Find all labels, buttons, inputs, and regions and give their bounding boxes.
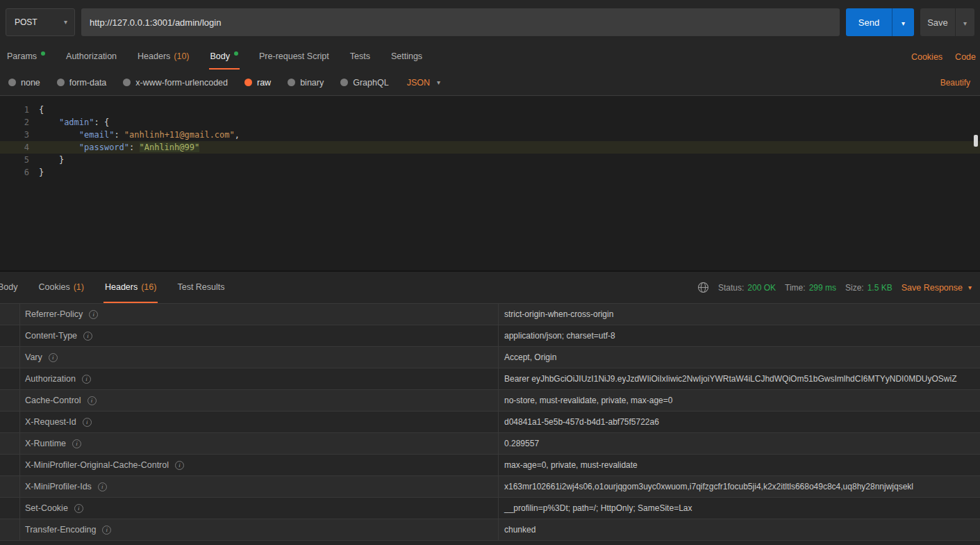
table-row: X-Runtime0.289557 bbox=[0, 433, 980, 455]
tab-label: Headers bbox=[138, 51, 170, 61]
method-dropdown[interactable]: POST bbox=[6, 8, 75, 36]
line-number: 6 bbox=[0, 166, 29, 179]
body-type-binary[interactable]: binary bbox=[288, 78, 324, 88]
body-type-raw[interactable]: raw bbox=[244, 78, 271, 88]
header-key: X-Request-Id bbox=[25, 417, 76, 427]
radio-label: GraphQL bbox=[353, 78, 388, 88]
tab-body[interactable]: Body bbox=[209, 44, 240, 70]
request-tab-links: Cookies Code bbox=[911, 44, 976, 70]
radio-label: none bbox=[21, 78, 40, 88]
request-body-editor[interactable]: 1{2 "admin": {3 "email": "anhlinh+11@gma… bbox=[0, 95, 980, 270]
save-response-button[interactable]: Save Response bbox=[902, 283, 972, 293]
info-icon[interactable] bbox=[74, 504, 83, 513]
code-text: "admin": { bbox=[29, 116, 109, 129]
chevron-down-icon bbox=[64, 19, 67, 26]
cookies-link[interactable]: Cookies bbox=[911, 52, 942, 62]
tab-settings[interactable]: Settings bbox=[390, 44, 424, 70]
send-button[interactable]: Send bbox=[846, 8, 892, 36]
info-icon[interactable] bbox=[89, 310, 98, 319]
status-label: Status: bbox=[718, 283, 744, 293]
line-number: 5 bbox=[0, 154, 29, 166]
tab-authorization[interactable]: Authorization bbox=[65, 44, 118, 70]
code-link[interactable]: Code bbox=[955, 52, 976, 62]
header-value: d04841a1-5e5b-457d-b4d1-abf75f5722a6 bbox=[499, 412, 980, 432]
header-key-cell: X-MiniProfiler-Ids bbox=[0, 476, 499, 497]
line-number: 3 bbox=[0, 129, 29, 141]
info-icon[interactable] bbox=[83, 418, 92, 427]
table-row: Cache-Controlno-store, must-revalidate, … bbox=[0, 390, 980, 412]
tab-pre-request-script[interactable]: Pre-request Script bbox=[258, 44, 331, 70]
info-icon[interactable] bbox=[88, 396, 97, 405]
info-icon[interactable] bbox=[72, 439, 81, 448]
header-key: X-Runtime bbox=[25, 439, 66, 448]
info-icon[interactable] bbox=[82, 375, 91, 384]
line-number: 1 bbox=[0, 104, 29, 116]
response-toolbar: BodyCookies(1)Headers(16)Test Results St… bbox=[0, 270, 980, 304]
tab-tests[interactable]: Tests bbox=[349, 44, 372, 70]
info-icon[interactable] bbox=[83, 332, 92, 341]
header-key-cell: Transfer-Encoding bbox=[0, 519, 499, 540]
beautify-link[interactable]: Beautify bbox=[940, 78, 970, 88]
editor-line[interactable]: 1{ bbox=[0, 104, 980, 116]
header-value: Bearer eyJhbGciOiJIUzI1NiJ9.eyJzdWIiOiIx… bbox=[499, 368, 980, 389]
editor-line[interactable]: 5 } bbox=[0, 154, 980, 166]
code-text: { bbox=[29, 104, 44, 116]
header-value: max-age=0, private, must-revalidate bbox=[499, 455, 980, 475]
line-number: 4 bbox=[0, 141, 29, 154]
code-text: } bbox=[29, 166, 44, 179]
chevron-down-icon bbox=[437, 79, 440, 86]
tab-params[interactable]: Params bbox=[6, 44, 47, 70]
code-text: "email": "anhlinh+11@gmail.com", bbox=[29, 129, 240, 141]
tab-cookies[interactable]: Cookies(1) bbox=[38, 272, 85, 303]
format-label: JSON bbox=[407, 78, 430, 88]
editor-line[interactable]: 2 "admin": { bbox=[0, 116, 980, 129]
header-key: Authorization bbox=[25, 374, 76, 384]
size-indicator: Size: 1.5 KB bbox=[845, 283, 892, 293]
table-row: X-Request-Idd04841a1-5e5b-457d-b4d1-abf7… bbox=[0, 412, 980, 433]
header-key: Set-Cookie bbox=[25, 503, 68, 513]
response-meta: Status: 200 OK Time: 299 ms Size: 1.5 KB… bbox=[697, 272, 980, 303]
info-icon[interactable] bbox=[49, 353, 58, 362]
save-options-button[interactable] bbox=[955, 8, 974, 36]
send-options-button[interactable] bbox=[892, 8, 914, 36]
url-input[interactable] bbox=[81, 8, 840, 36]
editor-line[interactable]: 3 "email": "anhlinh+11@gmail.com", bbox=[0, 129, 980, 141]
editor-line[interactable]: 4 "password": "Anhlinh@99" bbox=[0, 141, 980, 154]
format-dropdown[interactable]: JSON bbox=[407, 78, 440, 88]
save-button[interactable]: Save bbox=[920, 8, 955, 36]
table-row: X-MiniProfiler-Original-Cache-Controlmax… bbox=[0, 455, 980, 476]
body-type-none[interactable]: none bbox=[8, 78, 40, 88]
info-icon[interactable] bbox=[175, 461, 184, 470]
header-key: Transfer-Encoding bbox=[25, 525, 96, 535]
radio-icon bbox=[340, 79, 348, 86]
body-type-graphql[interactable]: GraphQL bbox=[340, 78, 388, 88]
header-key: X-MiniProfiler-Ids bbox=[25, 482, 92, 491]
editor-line[interactable]: 6} bbox=[0, 166, 980, 179]
tab-test-results[interactable]: Test Results bbox=[176, 272, 226, 303]
time-label: Time: bbox=[785, 283, 806, 293]
tab-count: (1) bbox=[74, 282, 84, 292]
header-value: 0.289557 bbox=[499, 433, 980, 454]
header-key-cell: Vary bbox=[0, 347, 499, 368]
tab-headers[interactable]: Headers(16) bbox=[103, 272, 158, 303]
globe-icon[interactable] bbox=[697, 282, 709, 293]
info-icon[interactable] bbox=[98, 482, 107, 491]
tab-body[interactable]: Body bbox=[0, 272, 19, 303]
line-number: 2 bbox=[0, 116, 29, 129]
radio-icon bbox=[288, 79, 295, 86]
info-icon[interactable] bbox=[102, 526, 111, 535]
radio-label: form-data bbox=[69, 78, 107, 88]
header-key-cell: Referrer-Policy bbox=[0, 304, 499, 325]
body-type-form-data[interactable]: form-data bbox=[57, 78, 107, 88]
editor-scrollbar[interactable] bbox=[974, 135, 978, 147]
chevron-down-icon bbox=[902, 19, 905, 27]
method-label: POST bbox=[15, 17, 38, 27]
chevron-down-icon bbox=[968, 284, 972, 291]
time-indicator: Time: 299 ms bbox=[785, 283, 836, 293]
size-value: 1.5 KB bbox=[867, 283, 892, 293]
editor-lines: 1{2 "admin": {3 "email": "anhlinh+11@gma… bbox=[0, 104, 980, 179]
tab-headers[interactable]: Headers(10) bbox=[136, 44, 190, 70]
tab-label: Test Results bbox=[177, 282, 224, 292]
header-key-cell: Authorization bbox=[0, 368, 499, 389]
body-type-x-www-form-urlencoded[interactable]: x-www-form-urlencoded bbox=[123, 78, 228, 88]
